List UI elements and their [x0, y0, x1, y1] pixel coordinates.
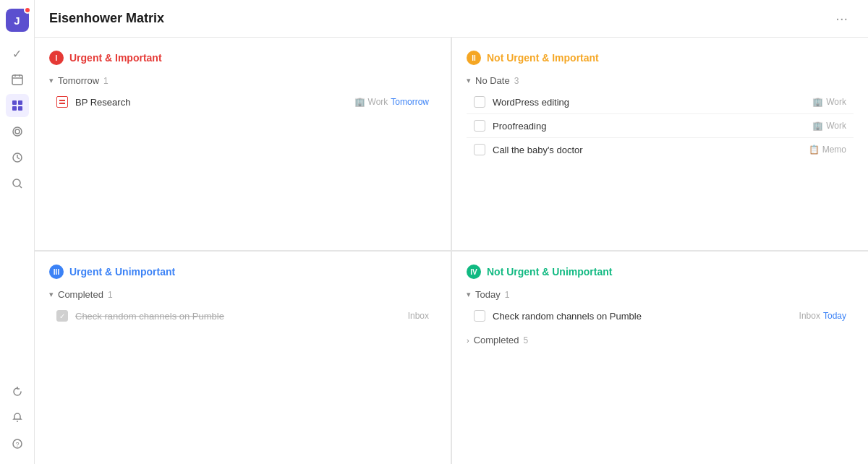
group-label-completed: Completed — [58, 289, 103, 300]
quadrant-title-3: Urgent & Unimportant — [69, 266, 175, 278]
group-header-today[interactable]: ▾ Today 1 — [467, 289, 854, 300]
user-avatar[interactable]: J — [6, 9, 29, 32]
sidebar-item-tasks[interactable]: ✓ — [6, 42, 29, 65]
task-name[interactable]: Call the baby's doctor — [493, 145, 801, 155]
svg-rect-5 — [18, 100, 22, 105]
meta-date: Today — [823, 311, 846, 321]
sidebar-item-apps[interactable] — [6, 94, 29, 117]
bell-icon — [12, 412, 23, 424]
badge-not-urgent-unimportant: IV — [467, 265, 481, 279]
group-count-no-date: 3 — [514, 76, 519, 86]
task-name[interactable]: Check random channels on Pumble — [75, 311, 401, 322]
svg-rect-6 — [12, 106, 17, 111]
sidebar-item-sync[interactable] — [6, 380, 29, 403]
group-label-today: Today — [475, 289, 501, 300]
task-meta: Inbox — [408, 311, 429, 321]
memo-icon: 📋 — [809, 145, 820, 155]
group-tomorrow: ▾ Tomorrow 1 BP Research 🏢 Work Tomorrow — [49, 75, 436, 113]
task-item: Check random channels on Pumble Inbox — [49, 304, 436, 327]
task-name[interactable]: WordPress editing — [493, 97, 805, 108]
quadrant-urgent-important: I Urgent & Important ▾ Tomorrow 1 BP Res… — [35, 38, 451, 251]
sidebar: J ✓ — [0, 0, 35, 464]
group-header-completed-q4[interactable]: › Completed 5 — [467, 335, 854, 345]
sidebar-bottom: ? — [6, 380, 29, 455]
group-completed-q4: › Completed 5 — [467, 335, 854, 345]
group-header-tomorrow[interactable]: ▾ Tomorrow 1 — [49, 75, 436, 86]
group-header-no-date[interactable]: ▾ No Date 3 — [467, 75, 854, 86]
more-options-button[interactable]: ··· — [830, 7, 854, 30]
chevron-down-icon: ▾ — [49, 76, 54, 85]
task-name[interactable]: Check random channels on Pumble — [493, 311, 792, 322]
apps-icon — [12, 100, 23, 111]
svg-point-13 — [13, 179, 20, 186]
task-name[interactable]: BP Research — [75, 97, 347, 108]
quadrant-urgent-unimportant: III Urgent & Unimportant ▾ Completed 1 C… — [35, 251, 451, 464]
group-label-tomorrow: Tomorrow — [58, 75, 99, 86]
sidebar-item-goals[interactable] — [6, 120, 29, 143]
chevron-down-icon: ▾ — [467, 290, 471, 299]
task-checkbox[interactable] — [474, 310, 485, 322]
svg-rect-7 — [18, 106, 22, 111]
group-label-completed-q4: Completed — [474, 335, 519, 345]
sidebar-item-help[interactable]: ? — [6, 432, 29, 455]
avatar-initial: J — [14, 14, 20, 27]
work-icon: 🏢 — [354, 97, 365, 107]
notification-badge — [24, 7, 31, 14]
group-header-completed-q3[interactable]: ▾ Completed 1 — [49, 289, 436, 300]
meta-tag: Work — [826, 121, 846, 131]
task-meta: 🏢 Work — [812, 97, 846, 107]
task-meta: 🏢 Work — [812, 121, 846, 131]
circle-icon — [12, 126, 23, 137]
quadrant-not-urgent-important: II Not Urgent & Important ▾ No Date 3 Wo… — [451, 38, 868, 251]
page-title: Eisenhower Matrix — [49, 11, 164, 26]
group-count-completed: 1 — [108, 290, 113, 300]
task-item: Check random channels on Pumble Inbox To… — [467, 304, 854, 327]
task-checkbox[interactable] — [474, 144, 485, 155]
sidebar-item-notifications[interactable] — [6, 406, 29, 429]
task-item: Proofreading 🏢 Work — [467, 114, 854, 138]
sidebar-item-calendar[interactable] — [6, 68, 29, 91]
quadrant-title-1: Urgent & Important — [69, 52, 162, 64]
eisenhower-matrix: I Urgent & Important ▾ Tomorrow 1 BP Res… — [35, 38, 868, 464]
quadrant-header-1: I Urgent & Important — [49, 51, 436, 65]
search-icon — [12, 178, 23, 189]
group-today: ▾ Today 1 Check random channels on Pumbl… — [467, 289, 854, 327]
meta-tag: Work — [368, 97, 388, 107]
work-icon: 🏢 — [812, 121, 823, 131]
group-completed-q3: ▾ Completed 1 Check random channels on P… — [49, 289, 436, 327]
meta-tag: Inbox — [799, 311, 820, 321]
task-meta: 🏢 Work Tomorrow — [354, 97, 429, 107]
chevron-right-icon: › — [467, 336, 469, 345]
quadrant-title-4: Not Urgent & Unimportant — [487, 266, 612, 278]
task-item: BP Research 🏢 Work Tomorrow — [49, 90, 436, 113]
task-name[interactable]: Proofreading — [493, 121, 805, 132]
meta-date: Tomorrow — [391, 97, 429, 107]
refresh-icon — [12, 386, 23, 398]
meta-tag: Memo — [822, 145, 846, 155]
group-count-completed-q4: 5 — [524, 335, 529, 345]
quadrant-header-3: III Urgent & Unimportant — [49, 265, 436, 279]
group-count-today: 1 — [505, 290, 510, 300]
task-meta: 📋 Memo — [809, 145, 846, 155]
task-checkbox-checked[interactable] — [56, 310, 68, 322]
svg-rect-0 — [12, 75, 22, 85]
badge-urgent-unimportant: III — [49, 265, 64, 279]
main-content: Eisenhower Matrix ··· I Urgent & Importa… — [35, 0, 868, 464]
help-icon: ? — [12, 438, 23, 450]
quadrant-header-2: II Not Urgent & Important — [467, 51, 854, 65]
sidebar-item-search[interactable] — [6, 172, 29, 195]
quadrant-title-2: Not Urgent & Important — [487, 52, 599, 64]
chevron-down-icon: ▾ — [467, 76, 471, 85]
task-checkbox[interactable] — [474, 120, 485, 132]
task-type-icon — [56, 96, 68, 108]
task-checkbox[interactable] — [474, 96, 485, 108]
meta-tag: Inbox — [408, 311, 429, 321]
group-count-tomorrow: 1 — [103, 76, 109, 86]
task-item: Call the baby's doctor 📋 Memo — [467, 138, 854, 161]
sidebar-item-time[interactable] — [6, 146, 29, 169]
work-icon: 🏢 — [812, 97, 823, 107]
calendar-icon — [12, 74, 23, 85]
svg-line-12 — [17, 158, 20, 159]
header: Eisenhower Matrix ··· — [35, 0, 868, 38]
group-label-no-date: No Date — [475, 75, 510, 86]
